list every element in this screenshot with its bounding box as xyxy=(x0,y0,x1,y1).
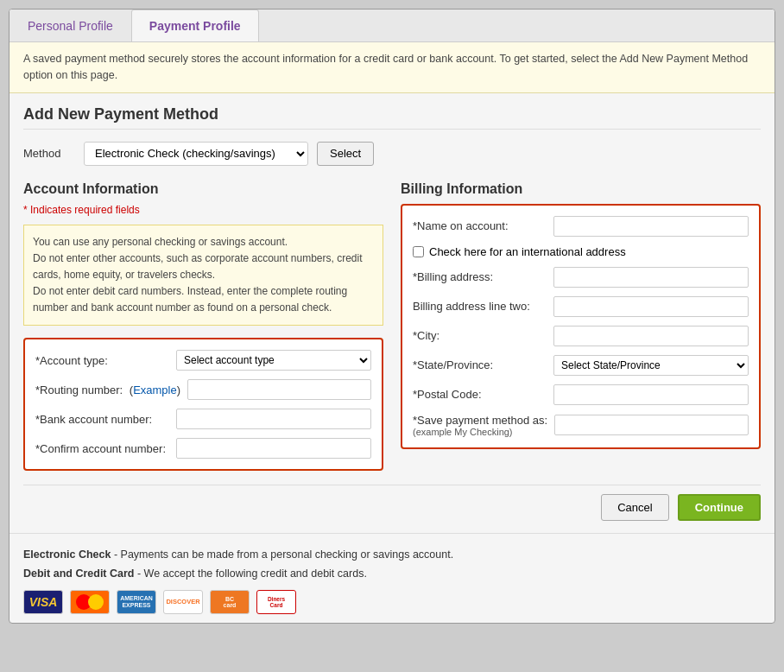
account-bordered-box: *Account type: Select account type Check… xyxy=(23,338,383,471)
bank-account-row: *Bank account number: xyxy=(35,409,371,429)
required-note: * Indicates required fields xyxy=(23,204,383,216)
billing-bordered-box: *Name on account: Check here for an inte… xyxy=(401,204,761,449)
name-on-account-input[interactable] xyxy=(553,216,749,237)
international-checkbox[interactable] xyxy=(413,246,424,257)
bank-account-input[interactable] xyxy=(176,409,371,429)
account-info-box: You can use any personal checking or sav… xyxy=(23,225,383,326)
cancel-button[interactable]: Cancel xyxy=(601,494,668,521)
city-input[interactable] xyxy=(553,326,749,346)
billing-address2-label: Billing address line two: xyxy=(413,300,547,313)
routing-row: *Routing number: (Example) xyxy=(35,379,371,400)
dinerscard-icon: DinersCard xyxy=(256,590,296,614)
debit-text: - We accept the following credit and deb… xyxy=(135,567,367,580)
international-row: Check here for an international address xyxy=(413,245,749,258)
state-label: *State/Province: xyxy=(413,358,547,371)
tab-payment[interactable]: Payment Profile xyxy=(131,10,259,41)
info-line-3: Do not enter debit card numbers. Instead… xyxy=(33,283,374,316)
info-banner: A saved payment method securely stores t… xyxy=(9,42,775,93)
confirm-account-row: *Confirm account number: xyxy=(35,438,371,459)
electronic-check-text: - Payments can be made from a personal c… xyxy=(111,548,453,561)
routing-input[interactable] xyxy=(187,379,371,400)
account-info-title: Account Information xyxy=(23,181,383,197)
name-on-account-row: *Name on account: xyxy=(413,216,749,237)
routing-example-link[interactable]: Example xyxy=(133,384,177,396)
button-row: Cancel Continue xyxy=(23,485,761,521)
account-info-column: Account Information * Indicates required… xyxy=(23,181,383,472)
continue-button[interactable]: Continue xyxy=(678,494,761,521)
card-icons: VISA AMERICANEXPRESS DISCOVER BCcard Din… xyxy=(23,590,761,614)
confirm-account-label: *Confirm account number: xyxy=(35,442,169,455)
method-select[interactable]: Electronic Check (checking/savings) xyxy=(84,142,308,166)
two-column-layout: Account Information * Indicates required… xyxy=(23,181,761,472)
electronic-check-label: Electronic Check xyxy=(23,548,111,561)
visa-card-icon: VISA xyxy=(23,590,63,614)
billing-info-column: Billing Information *Name on account: Ch… xyxy=(401,181,761,472)
postal-input[interactable] xyxy=(553,384,749,405)
confirm-account-input[interactable] xyxy=(176,438,371,459)
info-line-2: Do not enter other accounts, such as cor… xyxy=(33,250,374,283)
state-row: *State/Province: Select State/Province xyxy=(413,355,749,376)
billing-address2-row: Billing address line two: xyxy=(413,296,749,317)
debit-label: Debit and Credit Card xyxy=(23,567,135,580)
postal-row: *Postal Code: xyxy=(413,384,749,405)
save-method-row: *Save payment method as: (example My Che… xyxy=(413,414,749,437)
account-type-select[interactable]: Select account type Checking Savings xyxy=(176,350,371,371)
info-line-1: You can use any personal checking or sav… xyxy=(33,234,374,250)
billing-address2-input[interactable] xyxy=(553,296,749,317)
save-method-sub: (example My Checking) xyxy=(413,427,547,437)
tab-personal[interactable]: Personal Profile xyxy=(9,10,131,41)
method-label: Method xyxy=(23,147,75,160)
select-button[interactable]: Select xyxy=(317,142,374,166)
billing-address-row: *Billing address: xyxy=(413,267,749,288)
main-content: Add New Payment Method Method Electronic… xyxy=(9,93,775,534)
section-title: Add New Payment Method xyxy=(23,105,761,130)
bank-account-label: *Bank account number: xyxy=(35,413,169,426)
footer-text: Electronic Check - Payments can be made … xyxy=(23,546,761,583)
state-select[interactable]: Select State/Province xyxy=(553,355,749,376)
city-label: *City: xyxy=(413,329,547,342)
tab-bar: Personal Profile Payment Profile xyxy=(9,10,775,42)
main-window: Personal Profile Payment Profile A saved… xyxy=(9,9,775,624)
billing-address-input[interactable] xyxy=(553,267,749,288)
save-method-input[interactable] xyxy=(554,415,749,435)
mastercard-icon xyxy=(70,590,110,614)
amex-icon: AMERICANEXPRESS xyxy=(117,590,156,614)
footer-info: Electronic Check - Payments can be made … xyxy=(9,533,775,623)
postal-label: *Postal Code: xyxy=(413,388,547,401)
billing-address-label: *Billing address: xyxy=(413,270,547,283)
account-type-row: *Account type: Select account type Check… xyxy=(35,350,371,371)
city-row: *City: xyxy=(413,326,749,346)
bccard-icon: BCcard xyxy=(210,590,250,614)
international-label: Check here for an international address xyxy=(429,245,626,258)
save-method-label: *Save payment method as: (example My Che… xyxy=(413,414,547,437)
account-type-label: *Account type: xyxy=(35,354,169,367)
method-row: Method Electronic Check (checking/saving… xyxy=(23,142,761,166)
billing-info-title: Billing Information xyxy=(401,181,761,197)
name-on-account-label: *Name on account: xyxy=(413,219,547,232)
routing-label: *Routing number: (Example) xyxy=(35,384,180,396)
discover-icon: DISCOVER xyxy=(163,590,203,614)
